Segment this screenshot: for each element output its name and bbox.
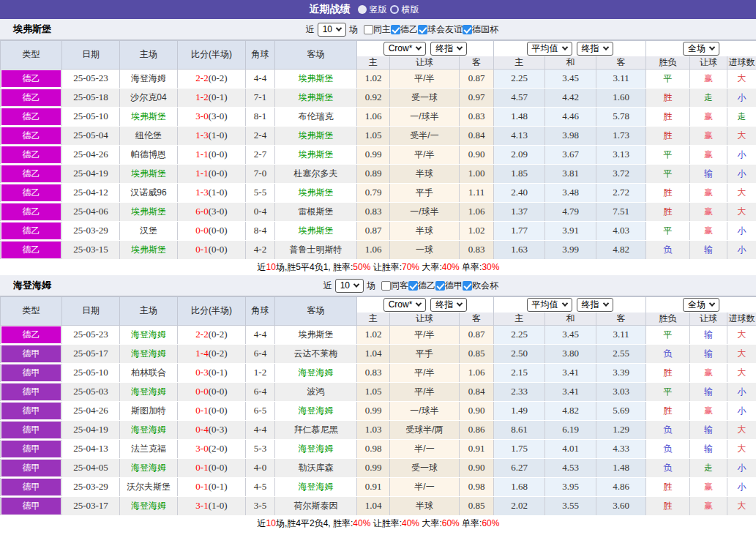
recent-results-page: 近期战绩 竖版横版 埃弗斯堡 近10场同主德乙球会友谊德国杯 类型 日期 主场 … bbox=[0, 0, 756, 531]
filter-checkbox[interactable] bbox=[408, 281, 418, 291]
asian-handicap-cell: 半/一 bbox=[390, 477, 460, 496]
league-badge: 德乙 bbox=[1, 146, 61, 163]
date-cell: 25-05-04 bbox=[62, 126, 120, 145]
asian-handicap-cell: 平/半 bbox=[390, 363, 460, 382]
asian-odds-selects: Crow* 终指 bbox=[357, 41, 494, 56]
home-team-cell: 沙尔克04 bbox=[120, 88, 178, 107]
asian-stage-select[interactable]: 终指 bbox=[430, 42, 467, 56]
filter-label: 同主 bbox=[373, 23, 391, 36]
asian-away-odds-cell: 0.90 bbox=[460, 458, 494, 477]
filter-label: 球会友谊 bbox=[427, 23, 463, 36]
euro-draw-odds-cell: 4.46 bbox=[545, 107, 596, 126]
asian-source-select[interactable]: Crow* bbox=[383, 298, 427, 312]
filter-checkbox[interactable] bbox=[463, 25, 472, 34]
date-cell: 25-04-19 bbox=[62, 420, 120, 439]
filter-checkbox[interactable] bbox=[364, 25, 373, 34]
view-mode-bar: 近期战绩 竖版横版 bbox=[0, 0, 756, 19]
home-team-cell: 海登海姆 bbox=[120, 420, 178, 439]
team-summary: 近10场,胜4平2负4, 胜率:40% 让胜率:40% 大率:60% 单率:60… bbox=[1, 515, 756, 531]
away-team-cell: 海登海姆 bbox=[275, 439, 357, 458]
result-handicap-cell: 赢 bbox=[690, 221, 727, 240]
match-row: 德甲25-04-19海登海姆0-4(0-3)4-4拜仁慕尼黑1.03受球半/两0… bbox=[1, 420, 756, 439]
date-cell: 25-05-10 bbox=[62, 363, 120, 382]
col-header-euro-home: 主 bbox=[494, 313, 545, 326]
result-scope-select[interactable]: 全场 bbox=[683, 42, 719, 56]
asian-home-odds-cell: 0.91 bbox=[357, 477, 390, 496]
league-cell: 德甲 bbox=[1, 439, 62, 458]
away-team-cell: 埃弗斯堡 bbox=[275, 69, 357, 88]
match-row: 德甲25-04-26斯图加特0-1(0-0)6-5海登海姆0.99一/球半0.9… bbox=[1, 401, 756, 420]
result-wdl-cell: 胜 bbox=[646, 107, 690, 126]
result-goals-cell: 小 bbox=[727, 240, 756, 259]
recent-label: 近 bbox=[306, 23, 315, 36]
euro-home-odds-cell: 2.02 bbox=[494, 496, 545, 515]
corner-cell: 6-4 bbox=[246, 344, 275, 363]
team-summary: 近10场,胜5平4负1, 胜率:50% 让胜率:70% 大率:40% 单率:30… bbox=[1, 259, 756, 275]
score-cell: 1-1(0-0) bbox=[178, 145, 246, 164]
asian-away-odds-cell: 0.87 bbox=[460, 325, 494, 344]
league-badge: 德乙 bbox=[1, 89, 61, 106]
euro-away-odds-cell: 3.11 bbox=[596, 325, 646, 344]
euro-away-odds-cell: 1.48 bbox=[596, 458, 646, 477]
chevron-down-icon bbox=[457, 301, 463, 307]
filter-checkbox[interactable] bbox=[463, 281, 472, 291]
asian-source-select[interactable]: Crow* bbox=[383, 42, 427, 56]
col-header-asian-line: 让球 bbox=[390, 56, 460, 70]
date-cell: 25-04-26 bbox=[62, 401, 120, 420]
asian-home-odds-cell: 0.99 bbox=[357, 145, 390, 164]
away-team-cell: 海登海姆 bbox=[275, 363, 357, 382]
result-scope-select[interactable]: 全场 bbox=[683, 298, 719, 312]
filter-checkbox[interactable] bbox=[435, 281, 445, 291]
filter-checkbox[interactable] bbox=[381, 281, 391, 291]
asian-home-odds-cell: 0.99 bbox=[357, 458, 390, 477]
result-goals-cell: 走 bbox=[727, 107, 756, 126]
chevron-down-icon bbox=[709, 301, 715, 307]
home-team-cell: 海登海姆 bbox=[120, 69, 178, 88]
col-header-result-handicap: 让球 bbox=[690, 313, 727, 326]
match-row: 德甲25-04-13法兰克福3-0(2-0)5-3海登海姆0.98半/一0.91… bbox=[1, 439, 756, 458]
match-count-select[interactable]: 10 bbox=[335, 279, 364, 293]
euro-stage-select[interactable]: 终指 bbox=[577, 298, 613, 312]
euro-source-select[interactable]: 平均值 bbox=[527, 298, 572, 312]
asian-home-odds-cell: 1.05 bbox=[357, 382, 390, 401]
asian-home-odds-cell: 0.99 bbox=[357, 401, 390, 420]
col-header-score: 比分(半场) bbox=[178, 297, 246, 326]
result-wdl-cell: 胜 bbox=[646, 363, 690, 382]
corner-cell: 1-2 bbox=[246, 363, 275, 382]
asian-away-odds-cell: 0.85 bbox=[460, 496, 494, 515]
result-handicap-cell: 赢 bbox=[690, 496, 727, 515]
asian-stage-select[interactable]: 终指 bbox=[430, 298, 467, 312]
match-count-select[interactable]: 10 bbox=[318, 23, 346, 37]
match-row: 德乙25-05-23海登海姆2-2(0-2)4-4埃弗斯堡1.02平/半0.87… bbox=[1, 69, 756, 88]
score-cell: 3-1(1-0) bbox=[178, 496, 246, 515]
euro-away-odds-cell: 1.29 bbox=[596, 420, 646, 439]
away-team-cell: 埃弗斯堡 bbox=[275, 221, 357, 240]
asian-home-odds-cell: 0.79 bbox=[357, 183, 390, 202]
view-mode-option[interactable]: 竖版 bbox=[358, 4, 387, 16]
filter-checkbox[interactable] bbox=[391, 25, 400, 34]
result-handicap-cell: 输 bbox=[690, 439, 727, 458]
euro-home-odds-cell: 2.40 bbox=[494, 183, 545, 202]
home-team-cell: 海登海姆 bbox=[120, 325, 178, 344]
result-handicap-cell: 输 bbox=[690, 420, 727, 439]
score-cell: 0-1(0-0) bbox=[178, 458, 246, 477]
league-cell: 德乙 bbox=[1, 126, 62, 145]
asian-home-odds-cell: 1.06 bbox=[357, 107, 390, 126]
asian-away-odds-cell: 0.90 bbox=[460, 145, 494, 164]
asian-home-odds-cell: 1.02 bbox=[357, 325, 390, 344]
filter-checkbox[interactable] bbox=[418, 25, 427, 34]
radio-icon[interactable] bbox=[358, 5, 367, 14]
radio-icon[interactable] bbox=[390, 5, 399, 14]
match-row: 德甲25-05-10柏林联合0-3(0-1)1-2海登海姆0.83平/半1.06… bbox=[1, 363, 756, 382]
date-cell: 25-04-13 bbox=[62, 439, 120, 458]
euro-source-select[interactable]: 平均值 bbox=[527, 42, 572, 56]
view-mode-option[interactable]: 横版 bbox=[390, 4, 419, 16]
match-row: 德乙25-04-26帕德博恩1-1(0-0)2-7埃弗斯堡0.99平/半0.90… bbox=[1, 145, 756, 164]
euro-stage-select[interactable]: 终指 bbox=[577, 42, 613, 56]
match-row: 德乙25-05-10埃弗斯堡3-0(3-0)8-1布伦瑞克1.06一/球半0.8… bbox=[1, 107, 756, 126]
home-team-cell: 帕德博恩 bbox=[120, 145, 178, 164]
euro-home-odds-cell: 2.50 bbox=[494, 344, 545, 363]
col-header-result-goals: 进球数 bbox=[727, 56, 756, 70]
euro-draw-odds-cell: 4.82 bbox=[545, 401, 596, 420]
date-cell: 25-05-18 bbox=[62, 88, 120, 107]
